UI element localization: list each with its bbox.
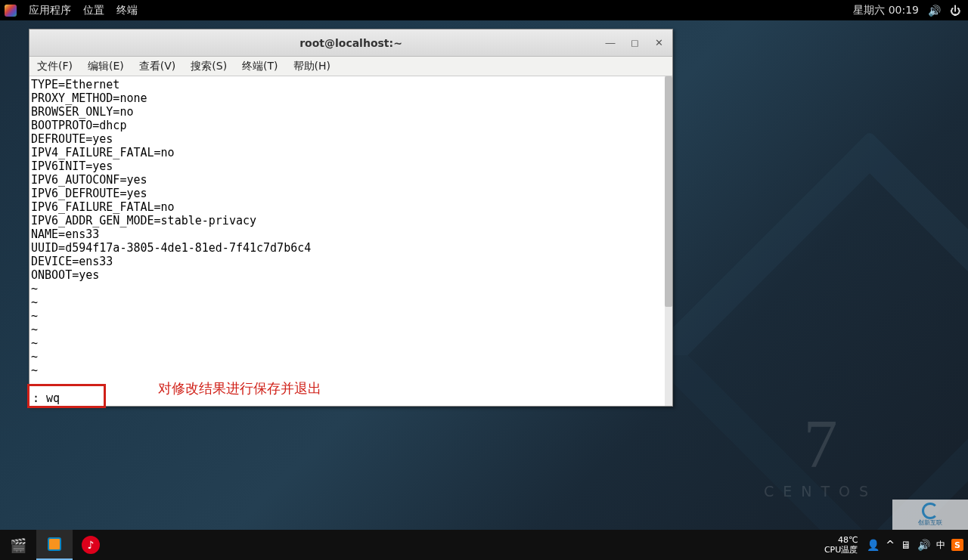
taskbar-app-netease[interactable]: ♪	[73, 530, 109, 560]
display-icon[interactable]: 🖥	[901, 539, 911, 551]
menu-terminal[interactable]: 终端	[116, 4, 138, 17]
menu-file[interactable]: 文件(F)	[29, 60, 80, 73]
window-title: root@localhost:~	[29, 37, 672, 49]
people-icon[interactable]: 👤	[867, 539, 880, 551]
menu-view[interactable]: 查看(V)	[132, 60, 184, 73]
taskbar-app-vmware[interactable]	[36, 530, 73, 560]
menu-search[interactable]: 搜索(S)	[183, 60, 234, 73]
volume-icon[interactable]: 🔊	[928, 5, 941, 17]
menu-applications[interactable]: 应用程序	[29, 4, 71, 17]
annotation-text: 对修改结果进行保存并退出	[158, 379, 321, 398]
panel-clock[interactable]: 星期六 00:19	[853, 4, 919, 17]
power-icon[interactable]: ⏻	[950, 5, 960, 17]
vi-command-line[interactable]: : wq	[29, 391, 60, 406]
system-menu-icon[interactable]	[5, 5, 17, 17]
menu-edit[interactable]: 编辑(E)	[80, 60, 132, 73]
taskbar-app-video[interactable]: 🎬	[0, 530, 36, 560]
gnome-top-panel: 应用程序 位置 终端 星期六 00:19 🔊 ⏻	[0, 0, 968, 20]
window-titlebar[interactable]: root@localhost:~ — ◻ ✕	[29, 29, 672, 57]
menu-places[interactable]: 位置	[83, 4, 104, 17]
menu-terminal[interactable]: 终端(T)	[234, 60, 285, 73]
windows-taskbar: 🎬 ♪ 48℃ CPU温度 👤 ^ 🖥 🔊 中 S	[0, 530, 968, 560]
cpu-temp-widget[interactable]: 48℃ CPU温度	[824, 535, 858, 555]
clapperboard-icon: 🎬	[9, 536, 27, 554]
menu-help[interactable]: 帮助(H)	[286, 60, 338, 73]
editor-content: TYPE=Ethernet PROXY_METHOD=none BROWSER_…	[29, 76, 672, 377]
close-button[interactable]: ✕	[648, 34, 669, 52]
ime-indicator[interactable]: 中	[936, 539, 945, 552]
scrollbar-thumb[interactable]	[665, 76, 672, 307]
minimize-button[interactable]: —	[600, 34, 621, 52]
terminal-window: root@localhost:~ — ◻ ✕ 文件(F) 编辑(E) 查看(V)…	[29, 29, 673, 407]
vmware-icon	[48, 537, 61, 551]
sogou-icon[interactable]: S	[951, 539, 963, 551]
terminal-scrollbar[interactable]	[665, 76, 672, 406]
tray-volume-icon[interactable]: 🔊	[917, 539, 930, 551]
tray-chevron-icon[interactable]: ^	[886, 539, 895, 551]
terminal-menubar: 文件(F) 编辑(E) 查看(V) 搜索(S) 终端(T) 帮助(H)	[29, 57, 672, 76]
netease-music-icon: ♪	[82, 536, 100, 554]
centos-bg-logo	[711, 196, 968, 514]
maximize-button[interactable]: ◻	[624, 34, 645, 52]
terminal-body[interactable]: TYPE=Ethernet PROXY_METHOD=none BROWSER_…	[29, 76, 672, 406]
corner-watermark: 创新互联	[892, 500, 968, 530]
